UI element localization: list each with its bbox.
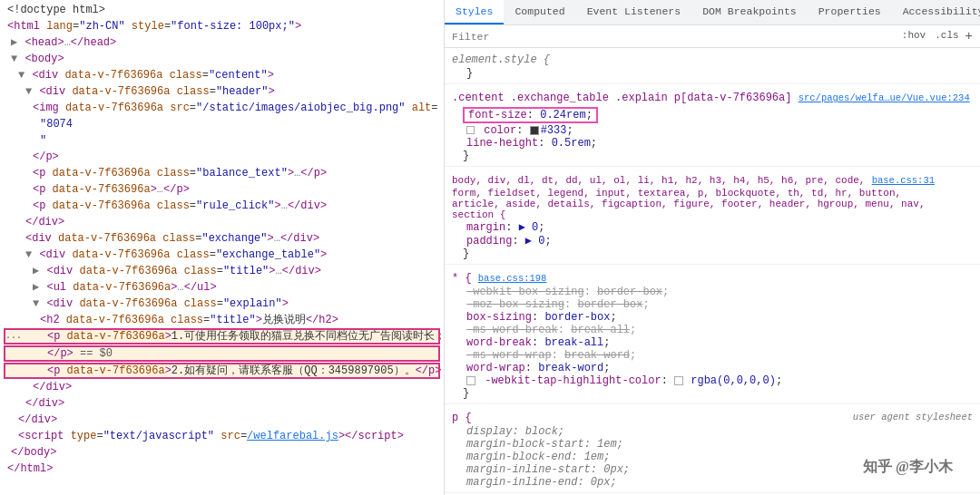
dom-line[interactable]: ▼ <div data-v-7f63696a class="exchange_t… bbox=[4, 247, 440, 263]
rule-base-block: body, div, dl, dt, dd, ul, ol, li, h1, h… bbox=[445, 172, 980, 265]
dom-line[interactable]: </div> bbox=[4, 379, 440, 395]
tab-properties[interactable]: Properties bbox=[808, 0, 892, 24]
dom-line[interactable]: </div> bbox=[4, 214, 440, 230]
dom-line[interactable]: ▼ <div data-v-7f63696a class="explain"> bbox=[4, 296, 440, 312]
dom-line[interactable]: </div> bbox=[4, 412, 440, 428]
filter-bar: :hov .cls + bbox=[445, 25, 980, 48]
dom-line[interactable]: </div> bbox=[4, 395, 440, 412]
dom-line-highlighted-2[interactable]: </p> == $0 bbox=[4, 345, 440, 362]
style-selector-body: body, div, dl, dt, dd, ul, ol, li, h1, h… bbox=[452, 175, 865, 186]
dom-line[interactable]: </html> bbox=[4, 461, 440, 477]
style-prop-display: display: block; bbox=[452, 425, 973, 438]
prop-checkbox[interactable] bbox=[466, 126, 475, 134]
dom-panel[interactable]: <!doctype html> <html lang="zh-CN" style… bbox=[0, 0, 445, 495]
panel-tabs: Styles Computed Event Listeners DOM Brea… bbox=[445, 0, 980, 25]
dom-line[interactable]: <!doctype html> bbox=[4, 2, 440, 18]
rule-exchange-table-block: .centent .exchange_table .explain p[data… bbox=[445, 90, 980, 167]
style-prop-margin-inline-start: margin-inline-start: 0px; bbox=[452, 463, 973, 476]
styles-panel: Styles Computed Event Listeners DOM Brea… bbox=[445, 0, 980, 495]
dom-line[interactable]: ▼ <div data-v-7f63696a class="centent"> bbox=[4, 67, 440, 83]
cls-button[interactable]: .cls bbox=[932, 29, 961, 44]
element-style-block: element.style { } bbox=[445, 52, 980, 84]
dom-line[interactable]: "8074 bbox=[4, 116, 440, 132]
dom-line-highlighted-1[interactable]: ... <p data-v-7f63696a>1.可使用任务领取的猫豆兑换不同档… bbox=[4, 328, 440, 345]
style-selector-universal: * { bbox=[452, 272, 472, 285]
color-swatch-333 bbox=[530, 126, 539, 135]
tab-computed[interactable]: Computed bbox=[504, 0, 575, 24]
tab-styles[interactable]: Styles bbox=[445, 0, 504, 24]
style-prop-margin-block-start: margin-block-start: 1em; bbox=[452, 438, 973, 451]
dom-line[interactable]: <p data-v-7f63696a class="rule_click">…<… bbox=[4, 198, 440, 214]
user-agent-label: user agent stylesheet bbox=[853, 412, 973, 422]
filter-input[interactable] bbox=[452, 31, 899, 43]
style-prop-word-wrap: word-wrap: break-word; bbox=[452, 362, 973, 374]
dom-line[interactable]: <h2 data-v-7f63696a class="title">兑换说明</… bbox=[4, 312, 440, 328]
prop-checkbox-2[interactable] bbox=[466, 376, 475, 385]
add-style-button[interactable]: + bbox=[965, 29, 973, 44]
dom-line[interactable]: ▶ <ul data-v-7f63696a>…</ul> bbox=[4, 279, 440, 296]
style-selector: .centent .exchange_table .explain p[data… bbox=[452, 92, 791, 104]
tab-dom-breakpoints[interactable]: DOM Breakpoints bbox=[691, 0, 808, 24]
dom-line[interactable]: <p data-v-7f63696a class="balance_text">… bbox=[4, 165, 440, 181]
style-source[interactable]: src/pages/welfa…ue/Vue.vue:234 bbox=[799, 92, 970, 103]
dom-line[interactable]: ▼ <div data-v-7f63696a class="header"> bbox=[4, 83, 440, 100]
style-prop-webkit-box-sizing: -webkit-box-sizing: border-box; bbox=[452, 286, 973, 298]
style-prop-margin: margin: ▶ 0; bbox=[452, 220, 973, 234]
style-selector-p: p { bbox=[452, 412, 472, 424]
style-prop-color: color: #333; bbox=[452, 124, 973, 137]
rule-universal-block: * { base.css:198 -webkit-box-sizing: bor… bbox=[445, 270, 980, 404]
dom-line[interactable]: ▼ <body> bbox=[4, 51, 440, 67]
style-source-base31[interactable]: base.css:31 bbox=[872, 175, 935, 186]
style-prop-moz-box-sizing: -moz-box-sizing: border-box; bbox=[452, 298, 973, 311]
dom-line[interactable]: </p> bbox=[4, 149, 440, 165]
section-selector: section { bbox=[452, 209, 505, 220]
style-prop-tap-highlight: -webkit-tap-highlight-color: rgba(0,0,0,… bbox=[452, 374, 973, 387]
style-prop-ms-word-wrap: -ms-word-wrap: break-word; bbox=[452, 349, 973, 362]
style-source-base198[interactable]: base.css:198 bbox=[478, 273, 547, 284]
tab-event-listeners[interactable]: Event Listeners bbox=[576, 0, 692, 24]
color-swatch-rgba bbox=[674, 376, 683, 385]
highlighted-property: font-size: 0.24rem; bbox=[463, 107, 598, 123]
dom-line[interactable]: <script type="text/javascript" src=/welf… bbox=[4, 428, 440, 444]
dom-line[interactable]: <div data-v-7f63696a class="exchange">…<… bbox=[4, 230, 440, 247]
style-prop-margin-block-end: margin-block-end: 1em; bbox=[452, 451, 973, 463]
dom-line[interactable]: <img data-v-7f63696a src="/static/images… bbox=[4, 100, 440, 116]
dom-line[interactable]: <p data-v-7f63696a>…</p> bbox=[4, 181, 440, 198]
element-style-label: element.style { bbox=[452, 53, 550, 66]
rule-p-block: p { user agent stylesheet display: block… bbox=[445, 410, 980, 493]
style-prop-ms-word-break: -ms-word-break: break-all; bbox=[452, 324, 973, 336]
dom-line-highlighted-3[interactable]: <p data-v-7f63696a>2.如有疑问，请联系客服（QQ：34598… bbox=[4, 363, 440, 379]
style-prop-word-break: word-break: break-all; bbox=[452, 336, 973, 349]
style-prop-margin-inline-end: margin-inline-end: 0px; bbox=[452, 476, 973, 489]
styles-content[interactable]: element.style { } .centent .exchange_tab… bbox=[445, 48, 980, 495]
dom-line[interactable]: </body> bbox=[4, 444, 440, 461]
dom-line[interactable]: " bbox=[4, 132, 440, 149]
style-prop-box-sizing: box-sizing: border-box; bbox=[452, 311, 973, 324]
dom-line[interactable]: <html lang="zh-CN" style="font-size: 100… bbox=[4, 18, 440, 34]
dom-line[interactable]: ▶ <head>…</head> bbox=[4, 34, 440, 51]
hov-button[interactable]: :hov bbox=[899, 29, 928, 44]
dom-line[interactable]: ▶ <div data-v-7f63696a class="title">…</… bbox=[4, 263, 440, 279]
tab-accessibility[interactable]: Accessibility bbox=[892, 0, 980, 24]
style-prop-lineheight: line-height: 0.5rem; bbox=[452, 137, 973, 150]
style-prop-padding: padding: ▶ 0; bbox=[452, 234, 973, 248]
